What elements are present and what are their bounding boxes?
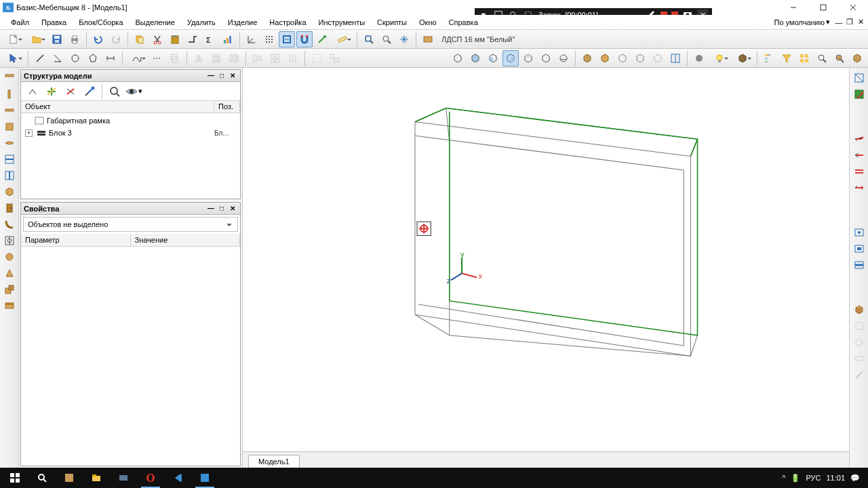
close-button[interactable] — [838, 0, 868, 15]
menu-product[interactable]: Изделие — [222, 16, 263, 28]
align-button[interactable] — [250, 50, 266, 66]
chart-button[interactable] — [220, 31, 236, 47]
group-button[interactable] — [309, 50, 325, 66]
view-iso1-button[interactable] — [450, 50, 466, 66]
panel-max-icon[interactable]: □ — [217, 204, 226, 214]
divider-v-button[interactable] — [2, 168, 17, 183]
distribute-button[interactable] — [285, 50, 301, 66]
r-hole-button[interactable] — [852, 225, 867, 240]
measure-button[interactable] — [332, 31, 353, 47]
r-hw5-button[interactable] — [852, 367, 867, 382]
maximize-button[interactable] — [808, 0, 838, 15]
minimize-button[interactable] — [778, 0, 808, 15]
r-groove-button[interactable] — [852, 258, 867, 272]
undo-button[interactable] — [90, 31, 106, 47]
box-button[interactable] — [849, 50, 865, 66]
r-edge1-button[interactable] — [852, 131, 867, 146]
zoom-extents-button[interactable] — [361, 31, 377, 47]
r-cut-button[interactable] — [852, 87, 867, 102]
mdi-minimize-icon[interactable]: — — [834, 18, 844, 27]
task-explorer[interactable] — [84, 468, 108, 488]
cut-button[interactable] — [149, 31, 165, 47]
tree-row[interactable]: Габаритная рамка — [22, 115, 239, 127]
spline-button[interactable] — [126, 50, 148, 66]
tray-battery-icon[interactable]: 🔋 — [791, 474, 800, 483]
cursor-button[interactable] — [3, 50, 24, 66]
remove-button[interactable] — [62, 83, 79, 100]
texture-button[interactable] — [732, 50, 753, 66]
panel-vert-button[interactable] — [2, 87, 17, 102]
panel-max-icon[interactable]: □ — [217, 71, 226, 81]
section-button[interactable] — [2, 233, 17, 248]
ungroup-button[interactable] — [326, 50, 342, 66]
task-app2[interactable] — [111, 468, 136, 488]
probe-button[interactable] — [314, 31, 330, 47]
tray-lang[interactable]: РУС — [806, 474, 821, 482]
shelf-button[interactable] — [2, 136, 17, 150]
menu-block[interactable]: Блок/Сборка — [73, 16, 128, 28]
light-button[interactable] — [709, 50, 730, 66]
panel-top-button[interactable] — [2, 70, 17, 85]
viewport[interactable]: x y z — [243, 68, 849, 451]
print-button[interactable] — [66, 31, 83, 47]
grid2-button[interactable] — [267, 50, 283, 66]
menu-delete[interactable]: Удалить — [182, 16, 221, 28]
panel-horiz-button[interactable] — [2, 103, 17, 118]
divider-h-button[interactable] — [2, 152, 17, 167]
cone-button[interactable] — [2, 266, 17, 281]
profile-button[interactable] — [2, 217, 17, 232]
save-button[interactable] — [49, 31, 65, 47]
r-panel-button[interactable] — [852, 70, 867, 85]
render-button[interactable] — [691, 50, 707, 66]
view-right-button[interactable] — [520, 50, 536, 66]
r-hw4-button[interactable] — [852, 351, 867, 366]
panel-min-icon[interactable]: — — [206, 71, 216, 81]
view-split-button[interactable] — [667, 50, 684, 66]
r-hw3-button[interactable] — [852, 335, 867, 350]
array-h-button[interactable] — [226, 50, 242, 66]
copy-button[interactable] — [132, 31, 148, 47]
menu-scripts[interactable]: Скрипты — [372, 16, 412, 28]
circle-button[interactable] — [67, 50, 83, 66]
r-edge2-button[interactable] — [852, 148, 867, 163]
mdi-close-icon[interactable]: ✕ — [856, 18, 865, 27]
collapse-button[interactable] — [24, 83, 41, 100]
zoom-window-button[interactable] — [378, 31, 395, 47]
base-button[interactable] — [184, 31, 201, 47]
magnet-button[interactable] — [296, 31, 313, 47]
tray-up-icon[interactable]: ^ — [782, 474, 785, 482]
redo-button[interactable] — [108, 31, 124, 47]
menu-help[interactable]: Справка — [443, 16, 484, 28]
hidden-button[interactable] — [650, 50, 666, 66]
panel-close-icon[interactable]: ✕ — [228, 204, 237, 214]
paste-button[interactable] — [167, 31, 183, 47]
tray-notif-icon[interactable]: 💬 — [850, 474, 860, 483]
extrude-button[interactable] — [167, 50, 183, 66]
col-object[interactable]: Объект — [21, 101, 214, 113]
r-hw2-button[interactable] — [852, 319, 867, 333]
task-app1[interactable] — [57, 468, 81, 488]
sphere-button[interactable] — [2, 249, 17, 264]
layers-button[interactable] — [796, 50, 812, 66]
add-button[interactable] — [43, 83, 60, 100]
task-bazis[interactable] — [193, 468, 217, 488]
props-selector[interactable]: Объектов не выделено — [23, 217, 238, 232]
filter-button[interactable] — [778, 50, 795, 66]
check-button[interactable] — [831, 50, 848, 66]
dashline-button[interactable] — [149, 50, 165, 66]
view-iso2-button[interactable] — [502, 50, 519, 66]
r-edge3-button[interactable] — [852, 164, 867, 179]
shade1-button[interactable] — [579, 50, 595, 66]
zoom2-button[interactable] — [814, 50, 830, 66]
wire1-button[interactable] — [614, 50, 631, 66]
snap-button[interactable] — [279, 31, 295, 47]
box-panel-button[interactable] — [2, 184, 17, 199]
r-slot-button[interactable] — [852, 241, 867, 256]
menu-file[interactable]: Файл — [5, 16, 35, 28]
visibility-button[interactable]: ▾ — [125, 83, 142, 100]
polygon-button[interactable] — [85, 50, 101, 66]
angle-button[interactable] — [50, 50, 66, 66]
tree-button[interactable] — [761, 50, 777, 66]
array-v-button[interactable] — [208, 50, 224, 66]
expand-icon[interactable]: + — [25, 129, 33, 137]
